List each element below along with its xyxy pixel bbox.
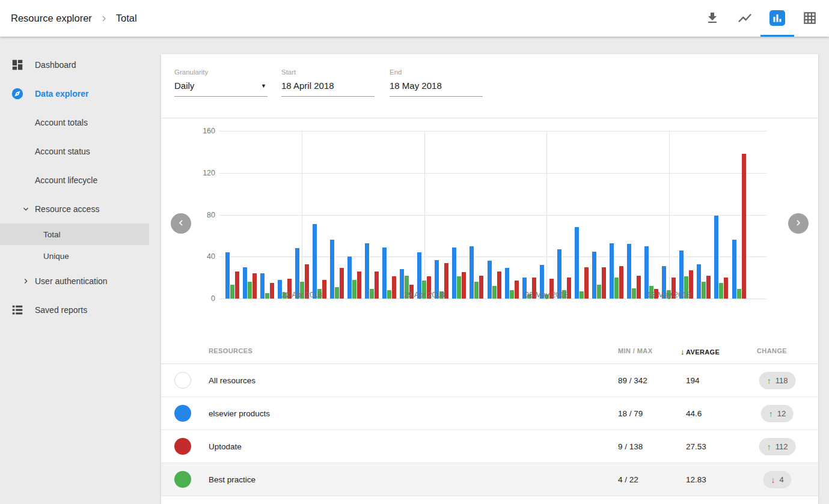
sidebar-item-label: Account status <box>35 147 90 156</box>
average-value: 194 <box>686 376 700 385</box>
series-color-dot <box>174 438 191 455</box>
bar-best-practice <box>335 287 339 299</box>
y-axis-tick-label: 0 <box>179 294 215 303</box>
bar-group-24-apr[interactable] <box>330 240 344 299</box>
bar-group-25-apr[interactable] <box>347 257 361 299</box>
column-header-resources[interactable]: RESOURCES <box>209 347 252 354</box>
line-chart-icon <box>737 10 753 28</box>
bar-best-practice <box>719 283 723 299</box>
bar-elsevier-products <box>382 247 387 299</box>
sidebar-item-label: Account lifecycle <box>35 175 97 185</box>
table-view-button[interactable] <box>798 7 822 31</box>
main-card: Granularity Daily ▼ Start 18 April 2018 … <box>161 54 818 504</box>
sidebar-item-saved-reports[interactable]: Saved reports <box>0 296 149 324</box>
column-header-average[interactable]: ↓ AVERAGE <box>681 347 720 356</box>
bar-elsevier-products <box>260 273 265 299</box>
bar-best-practice <box>632 288 636 299</box>
bar-elsevier-products <box>592 252 596 299</box>
bar-group-18-apr[interactable] <box>225 252 239 299</box>
chevron-right-icon <box>794 218 803 229</box>
sidebar-item-unique[interactable]: Unique <box>0 245 149 267</box>
bar-elsevier-products <box>365 243 369 299</box>
bar-group-20-apr[interactable] <box>260 273 274 299</box>
bar-group-11-may[interactable] <box>627 244 641 299</box>
bar-group-17-may[interactable] <box>732 154 746 299</box>
sidebar-item-user-authentication[interactable]: User authentication <box>0 267 149 296</box>
table-row-best-practice[interactable]: Best practice4 / 2212.83↓4 <box>161 463 818 496</box>
change-value: 112 <box>775 442 788 451</box>
min-max-value: 18 / 79 <box>618 409 643 418</box>
table-row-all-resources[interactable]: All resources89 / 342194↑118 <box>161 364 818 397</box>
bar-chart-view-button[interactable] <box>765 7 789 31</box>
table-row-elsevier-products[interactable]: elsevier products18 / 7944.6↑12 <box>161 397 818 430</box>
start-date-value: 18 April 2018 <box>281 80 334 91</box>
bar-best-practice <box>474 282 479 299</box>
line-chart-view-button[interactable] <box>733 7 757 31</box>
bar-group-27-apr[interactable] <box>382 247 396 299</box>
bar-group-02-may[interactable] <box>470 246 483 299</box>
series-color-dot <box>174 471 191 488</box>
arrow-up-icon: ↑ <box>769 409 773 419</box>
sidebar-item-resource-access[interactable]: Resource access <box>0 195 149 223</box>
change-value: 12 <box>777 409 786 418</box>
sidebar-item-data-explorer[interactable]: Data explorer <box>0 79 149 108</box>
bar-group-16-may[interactable] <box>714 216 728 299</box>
table-grid-icon <box>802 10 818 28</box>
sidebar-item-account-lifecycle[interactable]: Account lifecycle <box>0 166 149 195</box>
series-color-dot <box>174 372 191 389</box>
bar-group-01-may[interactable] <box>452 247 466 299</box>
bar-group-03-may[interactable] <box>488 261 501 299</box>
x-axis-tick-label: 29 Apr 2018 <box>404 291 444 299</box>
bar-elsevier-products <box>610 243 614 299</box>
bar-best-practice <box>737 289 741 299</box>
bar-group-15-may[interactable] <box>697 264 711 299</box>
end-date-field[interactable]: End 18 May 2018 <box>390 68 483 97</box>
bar-elsevier-products <box>330 240 334 299</box>
bar-group-09-may[interactable] <box>592 252 606 299</box>
y-axis-tick-label: 80 <box>179 211 215 219</box>
dashboard-icon <box>11 58 24 71</box>
granularity-select[interactable]: Granularity Daily ▼ <box>174 68 268 97</box>
bar-best-practice <box>352 280 356 299</box>
bar-best-practice <box>597 285 601 299</box>
sidebar-item-dashboard[interactable]: Dashboard <box>0 50 149 79</box>
bar-uptodate <box>340 268 344 299</box>
bar-group-19-apr[interactable] <box>243 267 257 299</box>
bar-uptodate <box>235 272 239 299</box>
bar-group-26-apr[interactable] <box>365 243 379 299</box>
bar-elsevier-products <box>627 244 631 299</box>
min-max-value: 89 / 342 <box>618 376 647 385</box>
bar-best-practice <box>614 278 619 299</box>
table-row-uptodate[interactable]: Uptodate9 / 13827.53↑112 <box>161 430 818 463</box>
download-button[interactable] <box>700 7 724 31</box>
resource-name: Best practice <box>209 475 255 484</box>
bar-elsevier-products <box>470 246 474 299</box>
y-axis-tick-label: 160 <box>179 127 215 135</box>
bar-group-04-may[interactable] <box>505 268 519 299</box>
bar-uptodate <box>619 266 623 299</box>
bar-group-08-may[interactable] <box>575 227 589 299</box>
granularity-label: Granularity <box>174 68 268 76</box>
sidebar-item-label: Saved reports <box>35 305 87 315</box>
table-header-row: RESOURCES MIN / MAX ↓ AVERAGE CHANGE <box>161 336 818 364</box>
chevron-left-icon <box>176 218 186 229</box>
sidebar-item-label: Data explorer <box>35 89 88 99</box>
change-badge: ↑12 <box>761 405 794 422</box>
breadcrumb-root[interactable]: Resource explorer <box>11 13 92 24</box>
chart-scroll-right-button[interactable] <box>788 213 809 234</box>
column-header-change[interactable]: CHANGE <box>757 347 787 354</box>
breadcrumb-chevron-icon <box>99 14 109 23</box>
bar-uptodate <box>637 276 641 299</box>
sidebar-item-total[interactable]: Total <box>0 223 149 245</box>
sidebar-item-account-totals[interactable]: Account totals <box>0 108 149 137</box>
sidebar-item-account-status[interactable]: Account status <box>0 137 149 166</box>
column-header-min-max[interactable]: MIN / MAX <box>618 347 652 354</box>
start-date-field[interactable]: Start 18 April 2018 <box>281 68 375 97</box>
bar-best-practice <box>702 282 706 299</box>
bar-uptodate <box>724 278 728 299</box>
arrow-down-icon: ↓ <box>771 475 775 485</box>
bar-group-23-apr[interactable] <box>313 224 326 299</box>
bar-group-10-may[interactable] <box>610 243 623 299</box>
bar-elsevier-products <box>313 224 317 299</box>
bar-elsevier-products <box>347 257 352 299</box>
